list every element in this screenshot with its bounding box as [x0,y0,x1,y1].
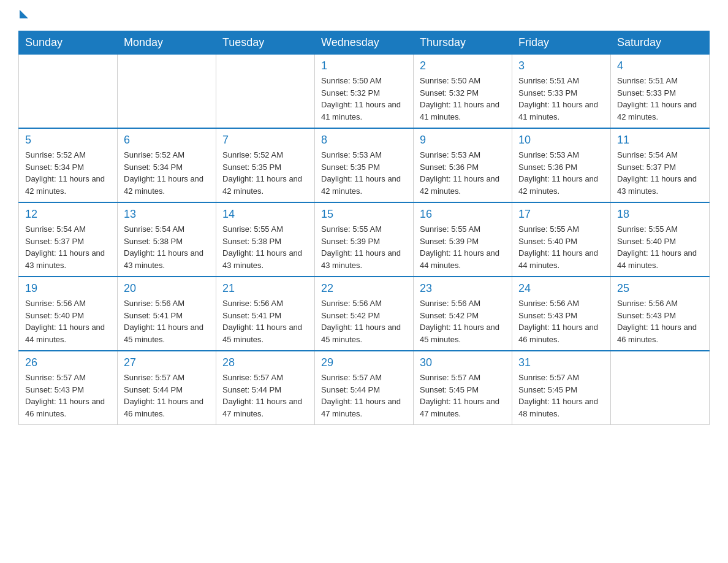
weekday-header-tuesday: Tuesday [216,31,315,55]
calendar-cell: 30Sunrise: 5:57 AMSunset: 5:45 PMDayligh… [414,351,512,425]
day-number: 27 [124,356,210,369]
calendar-cell: 12Sunrise: 5:54 AMSunset: 5:37 PMDayligh… [19,202,118,277]
day-info: Sunrise: 5:54 AMSunset: 5:37 PMDaylight:… [25,223,111,271]
calendar-cell: 26Sunrise: 5:57 AMSunset: 5:43 PMDayligh… [19,351,118,425]
calendar-header: SundayMondayTuesdayWednesdayThursdayFrid… [19,31,710,55]
day-number: 20 [124,282,210,295]
day-number: 6 [124,134,210,147]
calendar-cell: 7Sunrise: 5:52 AMSunset: 5:35 PMDaylight… [216,128,315,202]
day-info: Sunrise: 5:55 AMSunset: 5:39 PMDaylight:… [420,223,506,271]
day-number: 15 [321,208,407,221]
day-number: 25 [617,282,703,295]
day-info: Sunrise: 5:56 AMSunset: 5:42 PMDaylight:… [321,297,407,345]
day-number: 24 [518,282,604,295]
calendar-week-row: 5Sunrise: 5:52 AMSunset: 5:34 PMDaylight… [19,128,710,202]
day-number: 5 [25,134,111,147]
day-info: Sunrise: 5:57 AMSunset: 5:45 PMDaylight:… [420,372,506,419]
calendar-week-row: 12Sunrise: 5:54 AMSunset: 5:37 PMDayligh… [19,202,710,277]
calendar-cell: 6Sunrise: 5:52 AMSunset: 5:34 PMDaylight… [118,128,216,202]
calendar-cell [19,55,118,129]
day-info: Sunrise: 5:54 AMSunset: 5:38 PMDaylight:… [124,223,210,271]
calendar-cell: 19Sunrise: 5:56 AMSunset: 5:40 PMDayligh… [19,277,118,351]
calendar-cell: 11Sunrise: 5:54 AMSunset: 5:37 PMDayligh… [611,128,710,202]
day-number: 3 [518,59,604,72]
day-info: Sunrise: 5:56 AMSunset: 5:42 PMDaylight:… [420,297,506,345]
day-number: 18 [617,208,703,221]
calendar-week-row: 19Sunrise: 5:56 AMSunset: 5:40 PMDayligh… [19,277,710,351]
day-number: 26 [25,356,111,369]
day-number: 10 [518,134,604,147]
calendar-cell: 2Sunrise: 5:50 AMSunset: 5:32 PMDaylight… [414,55,512,129]
day-number: 21 [222,282,308,295]
logo-triangle-icon [20,10,28,18]
day-info: Sunrise: 5:57 AMSunset: 5:45 PMDaylight:… [518,372,604,419]
day-info: Sunrise: 5:50 AMSunset: 5:32 PMDaylight:… [420,75,506,123]
calendar-cell: 27Sunrise: 5:57 AMSunset: 5:44 PMDayligh… [118,351,216,425]
calendar-cell [118,55,216,129]
day-number: 31 [518,356,604,369]
day-number: 22 [321,282,407,295]
calendar-cell: 23Sunrise: 5:56 AMSunset: 5:42 PMDayligh… [414,277,512,351]
calendar-cell: 15Sunrise: 5:55 AMSunset: 5:39 PMDayligh… [315,202,414,277]
weekday-header-wednesday: Wednesday [315,31,414,55]
day-number: 23 [420,282,506,295]
day-info: Sunrise: 5:53 AMSunset: 5:36 PMDaylight:… [518,149,604,197]
calendar-cell: 16Sunrise: 5:55 AMSunset: 5:39 PMDayligh… [414,202,512,277]
calendar-week-row: 26Sunrise: 5:57 AMSunset: 5:43 PMDayligh… [19,351,710,425]
calendar-cell: 25Sunrise: 5:56 AMSunset: 5:43 PMDayligh… [611,277,710,351]
weekday-header-row: SundayMondayTuesdayWednesdayThursdayFrid… [19,31,710,55]
day-number: 16 [420,208,506,221]
calendar-cell: 13Sunrise: 5:54 AMSunset: 5:38 PMDayligh… [118,202,216,277]
calendar-cell: 29Sunrise: 5:57 AMSunset: 5:44 PMDayligh… [315,351,414,425]
calendar-body: 1Sunrise: 5:50 AMSunset: 5:32 PMDaylight… [19,55,710,425]
calendar-cell: 22Sunrise: 5:56 AMSunset: 5:42 PMDayligh… [315,277,414,351]
day-info: Sunrise: 5:56 AMSunset: 5:43 PMDaylight:… [518,297,604,345]
calendar-cell: 10Sunrise: 5:53 AMSunset: 5:36 PMDayligh… [512,128,611,202]
day-info: Sunrise: 5:57 AMSunset: 5:44 PMDaylight:… [124,372,210,419]
logo [18,12,31,18]
day-number: 11 [617,134,703,147]
day-number: 28 [222,356,308,369]
day-number: 8 [321,134,407,147]
day-info: Sunrise: 5:57 AMSunset: 5:44 PMDaylight:… [321,372,407,419]
day-info: Sunrise: 5:55 AMSunset: 5:39 PMDaylight:… [321,223,407,271]
day-info: Sunrise: 5:56 AMSunset: 5:40 PMDaylight:… [25,297,111,345]
weekday-header-friday: Friday [512,31,611,55]
calendar-cell: 20Sunrise: 5:56 AMSunset: 5:41 PMDayligh… [118,277,216,351]
day-info: Sunrise: 5:51 AMSunset: 5:33 PMDaylight:… [518,75,604,123]
calendar-cell: 31Sunrise: 5:57 AMSunset: 5:45 PMDayligh… [512,351,611,425]
day-info: Sunrise: 5:53 AMSunset: 5:36 PMDaylight:… [420,149,506,197]
weekday-header-saturday: Saturday [611,31,710,55]
day-number: 30 [420,356,506,369]
calendar-cell: 18Sunrise: 5:55 AMSunset: 5:40 PMDayligh… [611,202,710,277]
page-header [18,12,710,18]
day-info: Sunrise: 5:56 AMSunset: 5:41 PMDaylight:… [124,297,210,345]
day-info: Sunrise: 5:55 AMSunset: 5:40 PMDaylight:… [617,223,703,271]
calendar-cell: 17Sunrise: 5:55 AMSunset: 5:40 PMDayligh… [512,202,611,277]
day-info: Sunrise: 5:57 AMSunset: 5:43 PMDaylight:… [25,372,111,419]
weekday-header-monday: Monday [118,31,216,55]
calendar-cell: 5Sunrise: 5:52 AMSunset: 5:34 PMDaylight… [19,128,118,202]
calendar-cell [611,351,710,425]
calendar-week-row: 1Sunrise: 5:50 AMSunset: 5:32 PMDaylight… [19,55,710,129]
calendar-cell: 28Sunrise: 5:57 AMSunset: 5:44 PMDayligh… [216,351,315,425]
day-number: 7 [222,134,308,147]
day-info: Sunrise: 5:50 AMSunset: 5:32 PMDaylight:… [321,75,407,123]
day-info: Sunrise: 5:54 AMSunset: 5:37 PMDaylight:… [617,149,703,197]
day-info: Sunrise: 5:52 AMSunset: 5:35 PMDaylight:… [222,149,308,197]
day-info: Sunrise: 5:52 AMSunset: 5:34 PMDaylight:… [25,149,111,197]
calendar-cell: 14Sunrise: 5:55 AMSunset: 5:38 PMDayligh… [216,202,315,277]
calendar-cell: 8Sunrise: 5:53 AMSunset: 5:35 PMDaylight… [315,128,414,202]
day-number: 14 [222,208,308,221]
calendar-cell: 3Sunrise: 5:51 AMSunset: 5:33 PMDaylight… [512,55,611,129]
day-info: Sunrise: 5:52 AMSunset: 5:34 PMDaylight:… [124,149,210,197]
calendar-cell: 1Sunrise: 5:50 AMSunset: 5:32 PMDaylight… [315,55,414,129]
day-info: Sunrise: 5:56 AMSunset: 5:41 PMDaylight:… [222,297,308,345]
day-number: 12 [25,208,111,221]
calendar-cell [216,55,315,129]
calendar-cell: 21Sunrise: 5:56 AMSunset: 5:41 PMDayligh… [216,277,315,351]
day-info: Sunrise: 5:53 AMSunset: 5:35 PMDaylight:… [321,149,407,197]
day-number: 1 [321,59,407,72]
day-info: Sunrise: 5:57 AMSunset: 5:44 PMDaylight:… [222,372,308,419]
calendar-table: SundayMondayTuesdayWednesdayThursdayFrid… [18,31,710,425]
